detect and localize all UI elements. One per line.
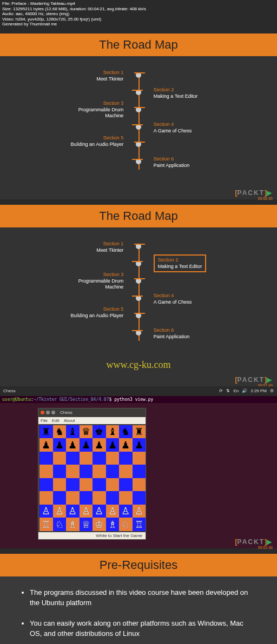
- chess-piece[interactable]: ♟: [121, 440, 130, 450]
- chess-square[interactable]: ♔: [93, 518, 106, 531]
- chess-piece[interactable]: ♗: [68, 520, 77, 529]
- menu-about[interactable]: About: [64, 418, 75, 423]
- chess-square[interactable]: ♟: [106, 438, 120, 452]
- chess-piece[interactable]: ♝: [68, 427, 77, 437]
- chess-square[interactable]: [119, 491, 133, 505]
- chess-square[interactable]: [66, 465, 80, 478]
- maximize-button[interactable]: [51, 411, 55, 414]
- chess-square[interactable]: [93, 478, 106, 492]
- chess-piece[interactable]: ♙: [82, 506, 90, 516]
- chess-square[interactable]: [53, 491, 67, 505]
- chess-square[interactable]: ♚: [93, 425, 106, 439]
- chess-square[interactable]: [39, 452, 53, 465]
- minimize-button[interactable]: [46, 411, 50, 414]
- chess-square[interactable]: ♜: [39, 425, 53, 439]
- chess-square[interactable]: ♟: [39, 438, 53, 452]
- keyboard-indicator[interactable]: En: [233, 388, 239, 393]
- chess-square[interactable]: ♕: [80, 518, 93, 531]
- chess-square[interactable]: ♞: [53, 425, 67, 439]
- chess-square[interactable]: [119, 452, 133, 465]
- chess-piece[interactable]: ♟: [135, 440, 143, 450]
- chess-square[interactable]: ♙: [106, 505, 120, 518]
- chess-piece[interactable]: ♙: [108, 506, 117, 516]
- chess-square[interactable]: ♟: [93, 438, 106, 452]
- chess-square[interactable]: ♙: [93, 505, 106, 518]
- chess-piece[interactable]: ♞: [55, 427, 64, 437]
- chess-square[interactable]: [93, 452, 106, 465]
- chess-square[interactable]: [106, 491, 120, 505]
- chess-square[interactable]: ♜: [133, 425, 146, 439]
- chess-square[interactable]: ♟: [66, 438, 80, 452]
- chess-square[interactable]: ♟: [119, 438, 133, 452]
- chess-square[interactable]: ♙: [66, 505, 80, 518]
- chess-piece[interactable]: ♔: [95, 520, 103, 529]
- chess-piece[interactable]: ♟: [42, 440, 50, 450]
- chess-square[interactable]: [80, 465, 93, 478]
- chess-piece[interactable]: ♟: [55, 440, 64, 450]
- chess-square[interactable]: [133, 478, 146, 492]
- chess-square[interactable]: [39, 465, 53, 478]
- chess-piece[interactable]: ♕: [82, 520, 90, 529]
- chess-square[interactable]: [93, 465, 106, 478]
- chess-piece[interactable]: ♖: [42, 520, 50, 529]
- chess-square[interactable]: [39, 491, 53, 505]
- chess-square[interactable]: [66, 491, 80, 505]
- close-button[interactable]: [41, 411, 44, 414]
- chess-square[interactable]: [119, 478, 133, 492]
- chess-square[interactable]: [53, 452, 67, 465]
- chess-square[interactable]: [53, 465, 67, 478]
- chess-square[interactable]: [106, 465, 120, 478]
- chess-piece[interactable]: ♚: [95, 427, 103, 437]
- chess-piece[interactable]: ♞: [121, 427, 130, 437]
- chess-piece[interactable]: ♟: [95, 440, 103, 450]
- chess-square[interactable]: [93, 491, 106, 505]
- chess-piece[interactable]: ♝: [108, 427, 117, 437]
- chess-square[interactable]: ♖: [39, 518, 53, 531]
- chess-square[interactable]: ♙: [39, 505, 53, 518]
- chess-square[interactable]: [106, 478, 120, 492]
- chess-square[interactable]: ♙: [53, 505, 67, 518]
- chess-square[interactable]: ♛: [80, 425, 93, 439]
- chess-piece[interactable]: ♛: [82, 427, 90, 437]
- chess-piece[interactable]: ♙: [42, 506, 50, 516]
- chess-square[interactable]: [133, 452, 146, 465]
- chess-square[interactable]: ♝: [66, 425, 80, 439]
- chess-piece[interactable]: ♗: [108, 520, 117, 529]
- chess-piece[interactable]: ♖: [135, 520, 143, 529]
- network-icon[interactable]: ⇅: [226, 388, 230, 393]
- menu-edit[interactable]: Edit: [52, 418, 60, 423]
- chess-piece[interactable]: ♙: [55, 506, 64, 516]
- chess-square[interactable]: [106, 452, 120, 465]
- chess-square[interactable]: ♝: [106, 425, 120, 439]
- chess-square[interactable]: [133, 491, 146, 505]
- chess-square[interactable]: ♙: [133, 505, 146, 518]
- chess-piece[interactable]: ♘: [55, 520, 64, 529]
- chess-piece[interactable]: ♟: [108, 440, 117, 450]
- sound-icon[interactable]: 🔊: [242, 388, 247, 393]
- chess-board[interactable]: ♜♞♝♛♚♝♞♜♟♟♟♟♟♟♟♟♙♙♙♙♙♙♙♙♖♘♗♕♔♗♘♖: [39, 425, 146, 531]
- chess-square[interactable]: ♖: [133, 518, 146, 531]
- chess-titlebar[interactable]: Chess: [38, 408, 146, 417]
- chess-square[interactable]: ♙: [119, 505, 133, 518]
- chess-piece[interactable]: ♘: [121, 520, 130, 529]
- chess-square[interactable]: [133, 465, 146, 478]
- chess-app-window[interactable]: Chess File Edit About ♜♞♝♛♚♝♞♜♟♟♟♟♟♟♟♟♙♙…: [38, 408, 146, 540]
- chess-square[interactable]: ♟: [133, 438, 146, 452]
- chess-square[interactable]: ♗: [66, 518, 80, 531]
- chess-square[interactable]: [119, 465, 133, 478]
- chess-piece[interactable]: ♟: [68, 440, 77, 450]
- chess-square[interactable]: [66, 478, 80, 492]
- chess-piece[interactable]: ♙: [95, 506, 103, 516]
- chess-piece[interactable]: ♙: [68, 506, 77, 516]
- chess-square[interactable]: [80, 452, 93, 465]
- gear-icon[interactable]: ⚙: [270, 388, 274, 393]
- chess-piece[interactable]: ♜: [135, 427, 143, 437]
- chess-piece[interactable]: ♙: [135, 506, 143, 516]
- chess-piece[interactable]: ♙: [121, 506, 130, 516]
- clock[interactable]: 2:29 PM: [250, 388, 267, 393]
- menu-file[interactable]: File: [41, 418, 48, 423]
- chess-square[interactable]: ♟: [80, 438, 93, 452]
- chess-square[interactable]: ♘: [119, 518, 133, 531]
- chess-square[interactable]: ♗: [106, 518, 120, 531]
- chess-piece[interactable]: ♟: [82, 440, 90, 450]
